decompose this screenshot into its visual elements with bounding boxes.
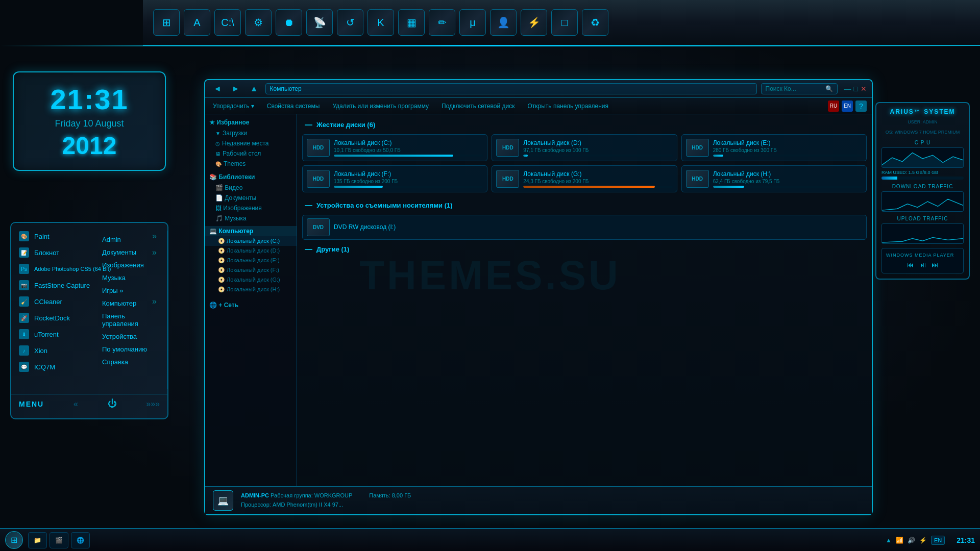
sidebar-item-video[interactable]: 🎬 Видео: [205, 183, 297, 193]
menu-item-rocketdock-label: RocketDock: [34, 314, 70, 322]
toolbar-icon-grid[interactable]: ▦: [398, 9, 425, 36]
fm-toolbar-map-drive[interactable]: Подключить сетевой диск: [439, 102, 517, 111]
menu-power-btn[interactable]: ⏻: [108, 398, 117, 409]
toolbar-icon-recycle[interactable]: ♻: [582, 9, 608, 36]
tray-volume-icon[interactable]: 🔊: [908, 537, 915, 544]
rocketdock-icon: 🚀: [19, 313, 29, 323]
right-menu-admin[interactable]: Admin: [97, 233, 167, 246]
drive-d[interactable]: HDD Локальный диск (D:) 97,1 ГБ свободно…: [492, 134, 677, 161]
drive-e[interactable]: HDD Локальный диск (E:) 280 ГБ свободно …: [681, 134, 867, 161]
media-prev-btn[interactable]: ⏮: [907, 261, 914, 269]
fm-address-bar[interactable]: Компьютер —: [265, 83, 757, 94]
cpu-graph: [881, 147, 964, 168]
fm-up-btn[interactable]: ▲: [247, 83, 261, 94]
menu-item-utorrent-label: uTorrent: [34, 331, 59, 338]
sidebar-drive-g[interactable]: 📀 Локальный диск (G:): [205, 275, 297, 285]
sidebar-item-themes[interactable]: 🎨Themes: [205, 159, 297, 169]
taskbar-item-browser[interactable]: 🌐: [71, 532, 90, 548]
explorer-icon: 📁: [34, 537, 41, 544]
drive-g[interactable]: HDD Локальный диск (G:) 24,3 ГБ свободно…: [492, 165, 677, 192]
drive-h[interactable]: HDD Локальный диск (H:) 62,4 ГБ свободно…: [681, 165, 867, 192]
toolbar-icon-windows[interactable]: ⊞: [153, 9, 180, 36]
upload-label: UPLOAD TRAFFIC: [881, 216, 964, 221]
sidebar-libraries-header[interactable]: 📚 Библиотеки: [205, 171, 297, 183]
left-menu-panel: 🎨 Paint » 📝 Блокнот » Ps Adobe Photoshop…: [10, 222, 168, 419]
ram-bar-fill: [881, 177, 897, 180]
fm-toolbar-organize[interactable]: Упорядочить ▾: [210, 102, 257, 111]
sidebar-item-downloads[interactable]: ▼Загрузки: [205, 128, 297, 138]
media-next-btn[interactable]: ⏭: [932, 261, 939, 269]
toolbar-icon-rss[interactable]: 📡: [306, 9, 333, 36]
sidebar-drive-f[interactable]: 📀 Локальный диск (F:): [205, 265, 297, 275]
right-menu-docs[interactable]: Документы: [97, 246, 167, 259]
menu-footer: MENU « ⏻ »»»: [11, 394, 167, 413]
right-menu-help[interactable]: Справка: [97, 356, 167, 368]
toolbar-icon-square[interactable]: □: [551, 9, 578, 36]
tray-arrow-icon[interactable]: ▲: [886, 537, 892, 544]
fm-toolbar-sysProps[interactable]: Свойства системы: [264, 102, 323, 111]
drive-f[interactable]: HDD Локальный диск (F:) 135 ГБ свободно …: [302, 165, 487, 192]
toolbar-icon-mu[interactable]: μ: [459, 9, 486, 36]
fm-status-bar: 💻 ADMIN-PC Рабочая группа: WORKGROUP Пам…: [205, 486, 872, 514]
right-menu-column: Admin Документы Изображения Музыка Игры …: [97, 233, 167, 368]
toolbar-icon-k[interactable]: K: [368, 9, 394, 36]
start-button[interactable]: ⊞: [5, 531, 23, 549]
toolbar-icon-power[interactable]: ⚡: [521, 9, 547, 36]
status-memory: Память: 8,00 ГБ: [369, 492, 411, 498]
drive-c-name: Локальный диск (C:): [334, 139, 483, 146]
taskbar-item-explorer[interactable]: 📁: [28, 532, 47, 548]
sidebar-item-documents[interactable]: 📄 Документы: [205, 193, 297, 203]
menu-item-xion-label: Xion: [34, 347, 47, 355]
fm-close-btn[interactable]: ✕: [861, 85, 867, 93]
sidebar-drive-d[interactable]: 📀 Локальный диск (D:): [205, 246, 297, 256]
fm-minimize-btn[interactable]: —: [844, 85, 851, 93]
toolbar-icon-acrobat[interactable]: A: [184, 9, 210, 36]
right-menu-music[interactable]: Музыка: [97, 271, 167, 284]
sidebar-item-desktop[interactable]: 🖥Рабочий стол: [205, 148, 297, 159]
toolbar-icon-refresh[interactable]: ↺: [337, 9, 363, 36]
right-menu-defaults[interactable]: По умолчанию: [97, 343, 167, 356]
media-play-btn[interactable]: ⏯: [919, 261, 926, 269]
computer-avatar: 💻: [213, 490, 233, 511]
sidebar-drive-h[interactable]: 📀 Локальный диск (H:): [205, 285, 297, 294]
fm-maximize-btn[interactable]: □: [854, 85, 858, 93]
toolbar-icon-edit[interactable]: ✏: [429, 9, 455, 36]
sidebar-drive-e[interactable]: 📀 Локальный диск (E:): [205, 256, 297, 265]
hard-drives-section-title: Жесткие диски (6): [302, 119, 867, 130]
drive-c[interactable]: HDD Локальный диск (C:) 10,1 ГБ свободно…: [302, 134, 487, 161]
fm-search-bar[interactable]: Поиск Ко... 🔍: [761, 83, 838, 94]
right-menu-computer[interactable]: Компьютер: [97, 297, 167, 310]
right-menu-control-panel[interactable]: Панель управления: [97, 310, 167, 330]
sidebar-favorites-header[interactable]: ★ Избранное: [205, 117, 297, 128]
download-icon: ▼: [215, 131, 220, 136]
download-label: DOWNLOAD TRAFFIC: [881, 184, 964, 189]
media-controls: ⏮ ⏯ ⏭: [886, 261, 959, 269]
right-menu-images[interactable]: Изображения: [97, 259, 167, 271]
dvd-drive-item[interactable]: DVD DVD RW дисковод (I:): [302, 215, 867, 240]
drive-e-info: Локальный диск (E:) 280 ГБ свободно из 3…: [713, 139, 862, 157]
media-player: WINDOWS MEDIA PLAYER ⏮ ⏯ ⏭: [881, 248, 964, 273]
fm-toolbar-uninstall[interactable]: Удалить или изменить программу: [330, 102, 431, 111]
themes-icon: 🎨: [215, 161, 222, 167]
sidebar-item-recent[interactable]: ◷Недавние места: [205, 138, 297, 148]
fm-forward-btn[interactable]: ►: [229, 83, 243, 94]
upload-graph: [881, 223, 964, 244]
sidebar-item-music[interactable]: 🎵 Музыка: [205, 213, 297, 223]
toolbar-icon-user[interactable]: 👤: [490, 9, 517, 36]
sidebar-network-header[interactable]: 🌐 + Сеть: [205, 299, 297, 311]
sidebar-computer-header[interactable]: 💻 Компьютер: [205, 226, 297, 236]
sidebar-drive-c[interactable]: 📀 Локальный диск (C:): [205, 236, 297, 246]
right-menu-games[interactable]: Игры »: [97, 284, 167, 297]
sidebar-item-images[interactable]: 🖼 Изображения: [205, 203, 297, 213]
drive-d-bar: [523, 155, 672, 157]
taskbar-item-media[interactable]: 🎬: [50, 532, 68, 548]
tray-lang-badge[interactable]: EN: [931, 536, 945, 545]
toolbar-icon-cmd[interactable]: C:\: [214, 9, 241, 36]
fm-back-btn[interactable]: ◄: [210, 83, 225, 94]
toolbar-icon-record[interactable]: ⏺: [276, 9, 302, 36]
fm-toolbar-control-panel[interactable]: Открыть панель управления: [525, 102, 611, 111]
fm-help-btn[interactable]: ?: [855, 101, 867, 112]
drives-grid: HDD Локальный диск (C:) 10,1 ГБ свободно…: [302, 134, 867, 192]
toolbar-icon-settings[interactable]: ⚙: [245, 9, 272, 36]
right-menu-devices[interactable]: Устройства: [97, 330, 167, 343]
